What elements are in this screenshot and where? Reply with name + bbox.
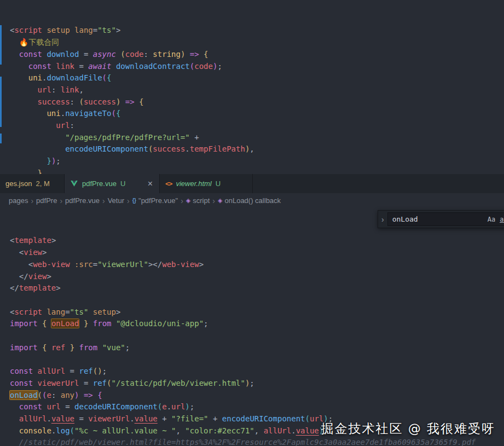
code-line[interactable]: encodeURIComponent(success.tempFilePath)… [10,143,504,155]
vue-icon [70,179,78,188]
code-line[interactable]: </view> [10,271,504,283]
code-line[interactable]: <web-view :src="viewerUrl"></web-view> [10,259,504,271]
code-line[interactable]: uni.navigateTo({ [10,108,504,120]
code-line[interactable]: const viewerUrl = ref("/static/pdf/web/v… [10,378,504,390]
tab-pages-json[interactable]: ges.json 2, M [0,174,65,193]
breadcrumb-item-pdfpre-vue[interactable]: pdfPre.vue [65,196,100,205]
find-input[interactable] [392,215,485,223]
code-line[interactable] [10,294,504,306]
code-token: ; [217,62,222,71]
tab-label: ges.json [5,179,32,188]
code-line[interactable]: const url = decodeURIComponent(e.url); [10,401,504,413]
code-token: . [47,414,51,423]
code-line[interactable]: url: link, [10,84,504,96]
breadcrumb-item-onload-callback[interactable]: ◈onLoad() callback [218,196,281,205]
code-line[interactable]: }, [10,167,504,174]
breadcrumb-label: "pdfPre.vue" [138,196,178,205]
breadcrumb-item-vetur[interactable]: Vetur [108,196,124,205]
toggle-replace-chevron-icon[interactable]: › [381,215,384,224]
code-line[interactable]: import { ref } from "vue"; [10,342,504,354]
code-line[interactable] [10,354,504,366]
code-token [97,343,102,352]
code-line[interactable]: uni.downloadFile({ [10,72,504,84]
html-file-icon: <> [165,180,172,188]
code-line[interactable]: url: [10,120,504,132]
code-line[interactable]: const allUrl = ref(); [10,366,504,378]
find-match-token: onLoad [51,319,79,328]
code-token [65,343,69,352]
code-line[interactable]: import { onLoad } from "@dcloudio/uni-ap… [10,318,504,330]
code-token: + [158,414,171,423]
code-token: web-view [33,260,69,269]
code-token: ( [120,50,125,59]
editor-top[interactable]: <script setup lang="ts"> 🔥下载合同 const dow… [0,0,504,174]
code-token: </ [10,272,28,281]
code-token [10,109,47,118]
code-line[interactable]: </template> [10,282,504,294]
code-line[interactable]: <template> [10,235,504,247]
code-token: e [162,402,166,411]
find-input-box: Aa ab .* [387,212,504,226]
code-token: ; [250,379,254,387]
code-token [10,73,28,82]
breadcrumb-label: Vetur [108,196,124,205]
code-line[interactable]: <script setup lang="ts"> [10,25,504,37]
tab-pdfpre-vue[interactable]: pdfPre.vue U × [65,174,160,193]
code-line[interactable]: success: (success) => { [10,96,504,108]
code-token: , [250,144,254,153]
breadcrumb-item-script[interactable]: ◈script [186,196,210,205]
code-token [10,169,38,174]
code-token: script [14,308,42,316]
find-match-token: onLoad [10,391,38,399]
tab-viewer-html[interactable]: <> viewer.html U [160,174,253,193]
code-token: : [51,85,61,94]
code-line[interactable]: const link = await downloadContract(code… [10,61,504,73]
code-line[interactable]: //static/pdf/web/viewer.html?file=https%… [10,437,504,446]
code-token: => [79,391,92,399]
code-line[interactable]: onLoad((e: any) => { [10,390,504,402]
code-line[interactable]: const downlod = async (code: string) => … [10,49,504,61]
code-token: ref [93,379,107,387]
editor-bottom[interactable]: <template> <view> <web-view :src="viewer… [0,208,504,446]
code-line[interactable]: "/pages/pdfPre/pdfPre?url=" + [10,132,504,144]
breadcrumb-item-pages[interactable]: pages [9,196,28,205]
code-token: = [65,308,69,316]
code-token: { [107,73,111,82]
breadcrumb-item-pdfpre-vue-symbol[interactable]: {}"pdfPre.vue" [132,196,178,205]
code-token [93,391,97,399]
code-token: { [97,391,102,399]
code-line[interactable]: }); [10,155,504,167]
tab-label: pdfPre.vue [82,179,117,188]
code-token: ></ [148,260,162,269]
whole-word-toggle-icon[interactable]: ab [498,215,504,224]
code-token: value [135,414,158,423]
close-icon[interactable]: × [147,179,154,188]
breadcrumb-label: script [193,196,210,205]
code-token: downloadFile [47,73,102,82]
code-token: navigateTo [65,109,111,118]
code-token: . [61,109,65,118]
vscode-window: <script setup lang="ts"> 🔥下载合同 const dow… [0,0,504,446]
code-token: success [84,97,116,106]
code-token: const [19,402,42,411]
code-token: async [93,50,116,59]
code-line[interactable]: <view> [10,247,504,259]
code-token: viewerUrl [88,414,130,423]
code-token: allUrl [19,414,47,423]
match-case-toggle-icon[interactable]: Aa [486,215,497,224]
code-token: "vue" [102,343,125,352]
breadcrumb-item-pdfpre[interactable]: pdfPre [36,196,57,205]
code-token: "/pages/pdfPre/pdfPre?url=" [65,133,190,142]
code-token: : [51,391,61,399]
code-token: ( [79,97,83,106]
code-line[interactable] [10,330,504,342]
code-token: ) [185,402,189,411]
git-status-badge: U [216,179,221,188]
code-line[interactable]: <script lang="ts" setup> [10,306,504,318]
code-token: downloadContract [116,62,190,71]
code-token: + [208,414,222,423]
watermark: 掘金技术社区 @ 我很难受呀 [321,420,495,437]
code-line[interactable]: 🔥下载合同 [10,37,504,49]
code-token [111,62,115,71]
code-token: console [19,426,51,435]
